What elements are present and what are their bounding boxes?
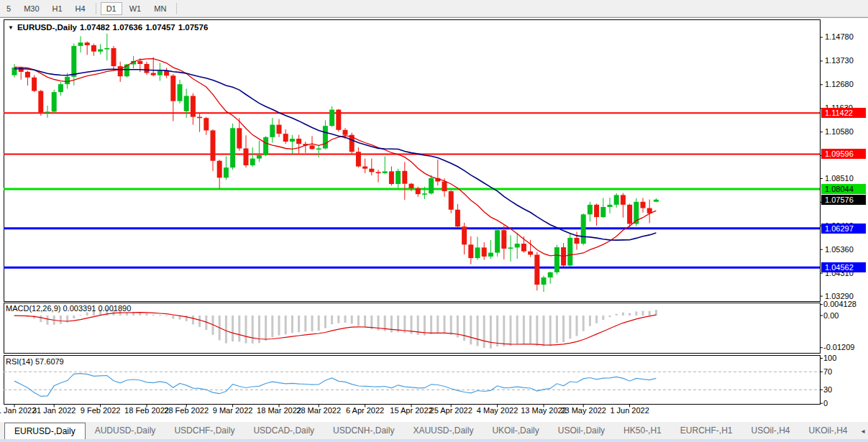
- candle-bear: [534, 254, 539, 285]
- symbol-tab-xauusd[interactable]: XAUUSD-,Daily: [403, 422, 483, 439]
- macd-histogram-bar: [576, 316, 578, 336]
- macd-histogram-bar: [165, 316, 168, 316]
- symbol-tab-eurusd[interactable]: EURUSD-,Daily: [4, 423, 86, 439]
- candle-bear: [482, 247, 487, 257]
- candle-bear: [296, 139, 301, 144]
- candle-bear: [641, 202, 646, 208]
- main-plot-frame: [4, 20, 821, 302]
- candle-bear: [277, 125, 282, 134]
- rsi-axis-label: 0: [823, 399, 828, 408]
- macd-histogram-bar: [622, 313, 624, 316]
- symbol-tab-audusd[interactable]: AUDUSD-,Daily: [86, 422, 165, 439]
- candle-bear: [91, 45, 96, 52]
- macd-histogram-bar: [635, 311, 637, 316]
- candle-bear: [343, 130, 348, 135]
- macd-axis-label: 0.004128: [823, 300, 856, 308]
- candle-bull: [270, 125, 275, 137]
- candle-bear: [594, 205, 599, 217]
- candlestick-chart[interactable]: [0, 18, 868, 422]
- macd-histogram-bar: [444, 316, 446, 333]
- symbol-tab-hk50[interactable]: HK50-,H1: [614, 422, 671, 439]
- macd-histogram-bar: [516, 316, 518, 344]
- timeframe-button-h4[interactable]: H4: [70, 2, 91, 15]
- toolbar-separator: [96, 3, 96, 14]
- candle-bear: [416, 188, 421, 194]
- price-level-tag: 1.06297: [821, 224, 866, 234]
- symbol-tab-eurchf[interactable]: EURCHF-,H1: [671, 422, 742, 439]
- symbol-tab-usdchf[interactable]: USDCHF-,Daily: [165, 422, 244, 439]
- macd-histogram-bar: [198, 316, 201, 327]
- date-label: 18 Mar 2022: [257, 406, 301, 415]
- macd-histogram-bar: [152, 314, 155, 316]
- candle-bull: [422, 193, 427, 195]
- rsi-plot-frame: [4, 356, 821, 405]
- macd-histogram-bar: [298, 316, 300, 332]
- chart-high-value: 1.07636: [113, 23, 143, 32]
- macd-histogram-bar: [344, 316, 347, 323]
- candle-bull: [184, 96, 189, 111]
- candle-bear: [111, 48, 117, 66]
- macd-histogram-bar: [265, 316, 267, 341]
- candle-bear: [204, 118, 209, 130]
- date-label: 6 Apr 2022: [346, 406, 384, 415]
- candle-bear: [118, 66, 123, 76]
- candle-bear: [25, 72, 30, 78]
- price-tick-label: 1.05360: [825, 245, 854, 254]
- date-label: 15 Apr 2022: [390, 406, 432, 415]
- macd-histogram-bar: [549, 316, 552, 346]
- macd-histogram-bar: [238, 316, 240, 342]
- chart-symbol-label: EURUSD-,Daily: [17, 23, 77, 32]
- macd-histogram-bar: [47, 316, 49, 325]
- candle-bear: [362, 167, 367, 169]
- candle-bull: [554, 247, 559, 272]
- macd-histogram-bar: [583, 316, 585, 331]
- date-label: 28 Feb 2022: [164, 406, 209, 415]
- chart-collapse-icon[interactable]: ▼: [8, 24, 14, 31]
- symbol-tab-ukoil[interactable]: UKOil-,H4: [799, 422, 856, 439]
- candle-bull: [508, 247, 513, 249]
- macd-histogram-bar: [536, 316, 538, 346]
- candle-bear: [197, 117, 202, 119]
- candle-bull: [104, 48, 109, 50]
- macd-indicator-label: MACD(12,26,9) 0.003391 0.001890: [6, 304, 131, 313]
- symbol-tab-usdcnh[interactable]: USDCNH-,Daily: [324, 422, 403, 439]
- candle-bear: [19, 68, 24, 72]
- macd-histogram-bar: [60, 316, 62, 324]
- candle-bear: [237, 128, 242, 148]
- candle-bull: [429, 178, 434, 193]
- candle-bull: [588, 205, 593, 214]
- rsi-indicator-label: RSI(14) 57.6079: [6, 357, 64, 366]
- timeframe-button-h1[interactable]: H1: [47, 2, 68, 15]
- timeframe-button-d1[interactable]: D1: [101, 2, 122, 15]
- macd-histogram-bar: [40, 316, 42, 322]
- macd-histogram-bar: [616, 314, 618, 316]
- candle-bull: [178, 84, 183, 101]
- symbol-tab-usoil[interactable]: USOil-,H4: [741, 422, 799, 439]
- tab-scroll-left-icon[interactable]: ◂: [857, 427, 868, 435]
- candle-bull: [515, 244, 520, 247]
- symbol-tab-usdcad[interactable]: USDCAD-,Daily: [244, 422, 324, 439]
- candle-bear: [356, 152, 361, 166]
- symbol-tab-ukoil[interactable]: UKOil-,Daily: [483, 422, 548, 439]
- macd-histogram-bar: [278, 316, 280, 336]
- macd-axis-label: -0.01209: [823, 343, 854, 351]
- macd-histogram-bar: [225, 316, 227, 344]
- macd-histogram-bar: [483, 316, 485, 348]
- candle-bull: [396, 171, 401, 184]
- date-label: 18 Feb 2022: [124, 406, 169, 415]
- macd-histogram-bar: [159, 315, 161, 316]
- candle-bull: [581, 214, 586, 244]
- candle-bear: [369, 169, 374, 172]
- chart-window: ▼EURUSD-,Daily1.074821.076361.074571.075…: [0, 17, 868, 423]
- timeframe-button-m30[interactable]: M30: [18, 2, 45, 15]
- symbol-tab-usoil[interactable]: USOil-,Daily: [549, 422, 614, 439]
- rsi-line: [14, 374, 656, 397]
- timeframe-button-mn[interactable]: MN: [148, 2, 172, 15]
- timeframe-button-5[interactable]: 5: [1, 2, 17, 15]
- candle-bear: [244, 148, 249, 165]
- date-label: 23 May 2022: [560, 406, 606, 415]
- timeframe-button-w1[interactable]: W1: [124, 2, 147, 15]
- rsi-axis-label: 70: [823, 367, 832, 376]
- price-tick-label: 1.13730: [825, 56, 854, 65]
- timeframe-toolbar: 5M30H1H4D1W1MN: [0, 0, 868, 17]
